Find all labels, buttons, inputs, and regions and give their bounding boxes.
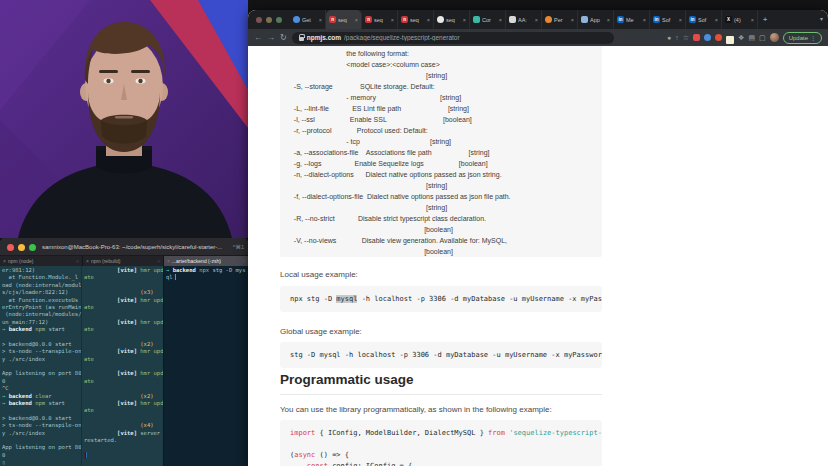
webcam-feed: [0, 0, 248, 238]
linkedin-favicon: in: [653, 16, 660, 23]
close-icon[interactable]: ×: [86, 258, 89, 264]
browser-tab-4[interactable]: X(4)×: [722, 10, 758, 29]
browser-tab-seq[interactable]: nseq×: [326, 10, 362, 29]
linkedin-favicon: in: [617, 16, 624, 23]
browser-tab-seq[interactable]: seq×: [434, 10, 470, 29]
tab-close-icon[interactable]: ×: [643, 17, 646, 23]
close-icon[interactable]: ×: [167, 258, 170, 264]
update-label: Update: [789, 35, 808, 41]
globe-favicon: [293, 16, 300, 23]
terminal-pane-tab-npm-rebuild[interactable]: × npm (rebuild) ○: [83, 256, 163, 266]
local-usage-code-block: npx stg -D mysql -h localhost -p 3306 -d…: [280, 286, 602, 312]
update-button[interactable]: Update ⋮: [783, 32, 822, 44]
browser-tab-sof[interactable]: inSof×: [650, 10, 686, 29]
browser-tab-cor[interactable]: Cor×: [470, 10, 506, 29]
minimize-button[interactable]: [266, 17, 272, 23]
minimize-button[interactable]: [18, 244, 25, 251]
tab-label: App: [590, 17, 605, 23]
programmatic-code-block: import { IConfig, ModelBuilder, DialectM…: [280, 420, 602, 466]
browser-tab-per[interactable]: Per×: [542, 10, 578, 29]
terminal-pane-npm-node[interactable]: er:981:12) at Function.Module._load (nod…: [0, 266, 81, 466]
teal-favicon: [473, 16, 480, 23]
puzzle-extensions-icon[interactable]: ❖: [738, 29, 744, 46]
extension-orange-icon[interactable]: [715, 34, 722, 41]
url-host: npmjs.com: [307, 34, 341, 41]
browser-tab-seq[interactable]: nseq×: [398, 10, 434, 29]
kebab-menu-icon: ⋮: [810, 34, 816, 41]
tab-label: (4): [734, 17, 749, 23]
bookmark-star-icon[interactable]: ☆: [683, 29, 689, 46]
tab-close-icon[interactable]: ×: [391, 17, 394, 23]
doc-favicon: [509, 16, 516, 23]
terminal-pane-tab-backend-zsh[interactable]: × ...arter/backend (-zsh) ○: [164, 256, 248, 266]
tab-label: Cor: [482, 17, 497, 23]
global-usage-label: Global usage example:: [280, 327, 362, 336]
browser-tab-app[interactable]: App×: [578, 10, 614, 29]
presenter-illustration: [0, 0, 248, 238]
address-bar[interactable]: npmjs.com /package/sequelize-typescript-…: [292, 32, 614, 44]
terminal-window: samnixon@MacBook-Pro-63: ~/code/superh/s…: [0, 238, 248, 466]
browser-window: Get×nseq×nseq×nseq×seq×Cor×AA:×Per×App×i…: [248, 10, 828, 466]
tab-label: Me: [626, 17, 641, 23]
terminal-title: samnixon@MacBook-Pro-63: ~/code/superh/s…: [42, 238, 222, 256]
npm-favicon: n: [401, 16, 408, 23]
zoom-button[interactable]: [29, 244, 36, 251]
terminal-pane-backend-shell[interactable]: → backend npx stg -D mysql▊: [163, 266, 248, 466]
tab-close-icon[interactable]: ×: [463, 17, 466, 23]
tab-group-icon[interactable]: ▤: [748, 29, 755, 46]
tab-close-icon[interactable]: ×: [571, 17, 574, 23]
profile-avatar[interactable]: [770, 33, 779, 42]
tab-close-icon[interactable]: ×: [355, 17, 358, 23]
tab-label: seq: [374, 17, 389, 23]
tab-close-icon[interactable]: ×: [715, 17, 718, 23]
pane-menu-icon[interactable]: ○: [76, 258, 79, 264]
npm-favicon: n: [365, 16, 372, 23]
tab-label: Sof: [698, 17, 713, 23]
extension-white-icon[interactable]: [726, 36, 734, 44]
terminal-pane-tab-npm-node[interactable]: × npm (node) ○: [0, 256, 82, 266]
tab-close-icon[interactable]: ×: [607, 17, 610, 23]
chevron-down-icon[interactable]: ▾: [820, 10, 823, 29]
tab-label: AA:: [518, 17, 533, 23]
new-tab-button[interactable]: +: [758, 10, 772, 29]
linkedin-favicon: in: [689, 16, 696, 23]
browser-toolbar: ← → ↻ npmjs.com /package/sequelize-types…: [248, 29, 828, 46]
pane-tab-label: npm (node): [8, 258, 34, 264]
reload-button[interactable]: ↻: [280, 29, 287, 46]
screen: samnixon@MacBook-Pro-63: ~/code/superh/s…: [0, 0, 828, 466]
back-button[interactable]: ←: [254, 29, 262, 46]
tab-close-icon[interactable]: ×: [499, 17, 502, 23]
pane-menu-icon[interactable]: ○: [242, 258, 245, 264]
pane-menu-icon[interactable]: ○: [157, 258, 160, 264]
tab-close-icon[interactable]: ×: [319, 17, 322, 23]
cli-options-code-block: the following format: <model case>:<colu…: [280, 46, 602, 257]
browser-tab-sof[interactable]: inSof×: [686, 10, 722, 29]
tab-close-icon[interactable]: ×: [679, 17, 682, 23]
tab-close-icon[interactable]: ×: [535, 17, 538, 23]
toolbar-right-icons: ● ↑ ☆ ❖ ▤ ▢ Update ⋮: [667, 29, 822, 46]
tab-close-icon[interactable]: ×: [427, 17, 430, 23]
globe-icon[interactable]: ●: [667, 29, 671, 46]
extension-red-icon[interactable]: [693, 34, 700, 41]
close-button[interactable]: [256, 17, 262, 23]
zoom-button[interactable]: [276, 17, 282, 23]
browser-tab-me[interactable]: inMe×: [614, 10, 650, 29]
extension-blue-icon[interactable]: [704, 34, 711, 41]
close-icon[interactable]: ×: [3, 258, 6, 264]
tab-label: seq: [446, 17, 461, 23]
forward-button[interactable]: →: [267, 29, 275, 46]
terminal-pane-tabs: × npm (node) ○ × npm (rebuild) ○ × ...ar…: [0, 256, 248, 266]
browser-tab-seq[interactable]: nseq×: [362, 10, 398, 29]
x-favicon: X: [725, 16, 732, 23]
github-favicon: [437, 16, 444, 23]
browser-tab-aa[interactable]: AA:×: [506, 10, 542, 29]
url-path: /package/sequelize-typescript-generator: [344, 34, 460, 41]
tab-close-icon[interactable]: ×: [751, 17, 754, 23]
sidebar-icon[interactable]: ▢: [759, 29, 766, 46]
terminal-titlebar[interactable]: samnixon@MacBook-Pro-63: ~/code/superh/s…: [0, 238, 248, 256]
browser-tab-get[interactable]: Get×: [290, 10, 326, 29]
share-icon[interactable]: ↑: [675, 29, 679, 46]
terminal-pane-npm-rebuild[interactable]: [vite] hmr update (x3) [vite] hmr update…: [81, 266, 163, 466]
close-button[interactable]: [7, 244, 14, 251]
tab-label: seq: [338, 17, 353, 23]
